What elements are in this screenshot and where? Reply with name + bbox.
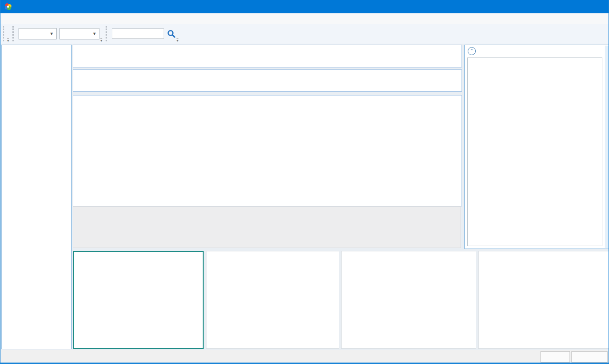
toolbar-overflow-icon[interactable]: ▾ bbox=[100, 38, 102, 42]
illuminant-select[interactable]: ▼ bbox=[59, 28, 99, 39]
color-diff-panel: ⌃ bbox=[464, 45, 609, 249]
app-window: ▾ ▼ ▼ ▾ ▾ ⌃ bbox=[0, 0, 609, 364]
right-panel-scrollbar[interactable] bbox=[605, 46, 609, 248]
search-input[interactable] bbox=[112, 29, 164, 39]
auto-mode-button[interactable] bbox=[540, 351, 570, 363]
sample-tree bbox=[1, 45, 72, 349]
toolbar-overflow-icon[interactable]: ▾ bbox=[177, 38, 178, 42]
mode-select[interactable]: ▼ bbox=[19, 28, 57, 39]
chevron-down-icon: ▼ bbox=[90, 31, 99, 36]
chevron-down-icon: ▼ bbox=[47, 31, 56, 36]
reflectance-panel[interactable] bbox=[341, 251, 476, 349]
deab-trend-panel[interactable] bbox=[206, 251, 339, 349]
toolbar-drag-handle[interactable] bbox=[3, 26, 4, 41]
dab-dl-scatter-panel[interactable] bbox=[73, 251, 204, 349]
samples-table-container bbox=[73, 95, 462, 207]
toolbar-drag-handle[interactable] bbox=[106, 26, 107, 41]
menubar bbox=[0, 13, 609, 24]
collapse-chevron-icon[interactable]: ⌃ bbox=[468, 47, 476, 55]
close-button[interactable] bbox=[587, 0, 609, 13]
search-icon[interactable] bbox=[167, 29, 176, 38]
color-diff-content bbox=[467, 57, 602, 246]
statusbar bbox=[0, 350, 609, 364]
minimize-button[interactable] bbox=[543, 0, 565, 13]
app-logo-icon bbox=[4, 3, 12, 10]
titlebar bbox=[0, 0, 609, 13]
toolbar-overflow-icon[interactable]: ▾ bbox=[7, 38, 9, 42]
status-extra-button[interactable] bbox=[571, 351, 608, 363]
maximize-button[interactable] bbox=[565, 0, 587, 13]
standard-table bbox=[73, 69, 462, 92]
workspace: ⌃ bbox=[0, 44, 609, 350]
toolbar: ▾ ▼ ▼ ▾ ▾ bbox=[0, 24, 609, 44]
table-empty-area bbox=[73, 206, 461, 248]
toolbar-drag-handle[interactable] bbox=[12, 26, 14, 41]
gamut-panel[interactable] bbox=[478, 251, 609, 349]
tolerance-table bbox=[73, 45, 462, 67]
